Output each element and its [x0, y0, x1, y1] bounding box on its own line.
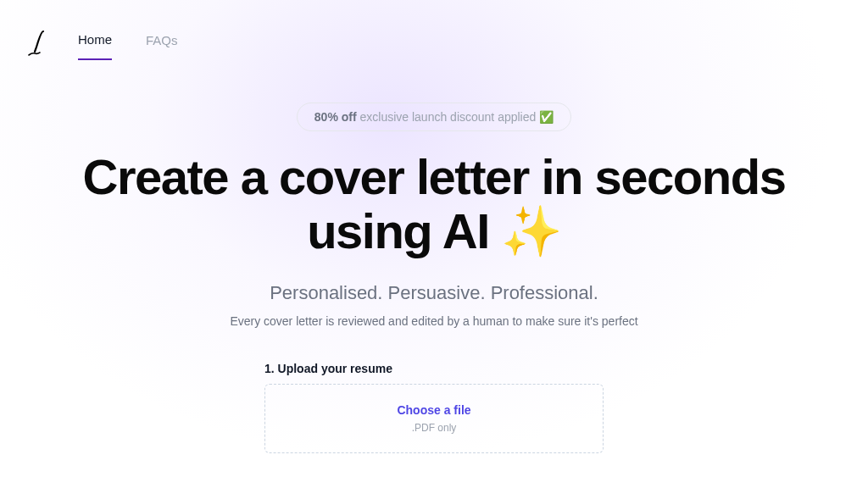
page-title: Create a cover letter in seconds using A…: [78, 150, 790, 258]
file-format-hint: .PDF only: [282, 422, 586, 434]
nav-home[interactable]: Home: [78, 25, 112, 60]
header: Home FAQs: [0, 0, 868, 60]
discount-text: exclusive launch discount applied ✅: [357, 110, 554, 124]
subheadline: Personalised. Persuasive. Professional.: [270, 282, 598, 304]
discount-badge: 80% off exclusive launch discount applie…: [297, 103, 571, 131]
choose-file-button[interactable]: Choose a file: [282, 403, 586, 417]
description: Every cover letter is reviewed and edite…: [230, 314, 637, 328]
main-nav: Home FAQs: [78, 25, 178, 60]
upload-dropzone[interactable]: Choose a file .PDF only: [264, 384, 604, 453]
nav-faqs[interactable]: FAQs: [146, 26, 178, 59]
pen-icon: [26, 30, 52, 57]
upload-step-label: 1. Upload your resume: [264, 362, 604, 375]
logo[interactable]: [25, 30, 53, 57]
main-content: 80% off exclusive launch discount applie…: [0, 60, 868, 453]
upload-section: 1. Upload your resume Choose a file .PDF…: [264, 362, 604, 453]
discount-amount: 80% off: [314, 110, 357, 124]
